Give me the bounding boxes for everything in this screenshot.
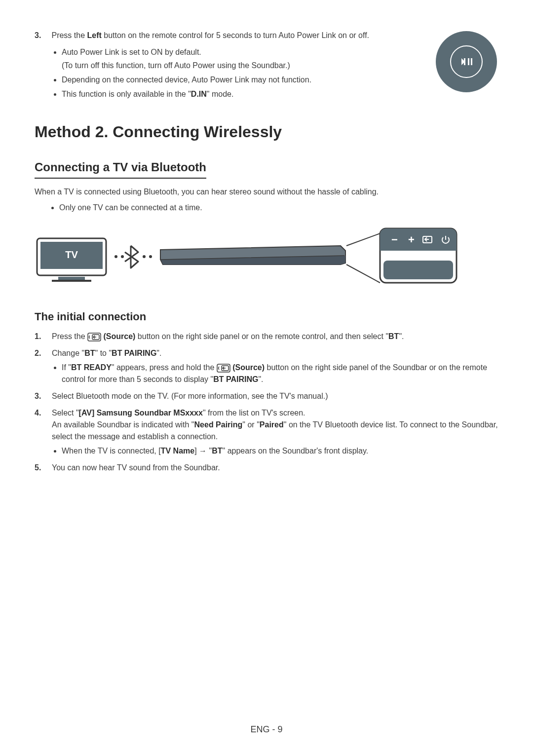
step-5: You can now hear TV sound from the Sound…	[35, 462, 498, 474]
source-icon	[87, 333, 101, 341]
step-4: Select "[AV] Samsung Soundbar MSxxxx" fr…	[35, 407, 498, 457]
svg-rect-8	[52, 280, 91, 282]
step-2: Change "BT" to "BT PAIRING". If "BT READ…	[35, 347, 498, 385]
bluetooth-note: Only one TV can be connected at a time.	[59, 202, 498, 214]
bluetooth-note-list: Only one TV can be connected at a time.	[59, 202, 498, 214]
svg-point-11	[143, 255, 146, 258]
page-content: 3. Press the Left button on the remote c…	[35, 30, 498, 474]
svg-rect-3	[468, 58, 469, 65]
svg-rect-16	[383, 261, 453, 279]
step-3-bullets: Auto Power Link is set to ON by default.…	[62, 46, 419, 100]
remote-play-pause-icon	[434, 30, 498, 94]
method-2-heading: Method 2. Connecting Wirelessly	[35, 120, 498, 144]
svg-line-14	[346, 265, 380, 283]
svg-rect-4	[471, 58, 472, 65]
tv-label: TV	[65, 249, 78, 260]
step-2-sub: If "BT READY" appears, press and hold th…	[62, 362, 498, 385]
svg-point-10	[121, 255, 124, 258]
svg-rect-2	[464, 58, 465, 65]
step-3-text: 3. Press the Left button on the remote c…	[35, 30, 419, 41]
svg-point-12	[149, 255, 152, 258]
initial-connection-steps: Press the (Source) button on the right s…	[35, 331, 498, 474]
source-icon	[217, 364, 230, 373]
step-4-line2: An available Soundbar is indicated with …	[52, 419, 498, 443]
bullet-item: Auto Power Link is set to ON by default.…	[62, 46, 419, 72]
page-footer: ENG - 9	[0, 723, 533, 736]
bluetooth-diagram: TV − + − +	[35, 226, 498, 290]
step-3: 3. Press the Left button on the remote c…	[35, 30, 498, 100]
svg-text:−: −	[391, 233, 398, 246]
bullet-item: This function is only available in the "…	[62, 88, 419, 100]
bluetooth-subheading: Connecting a TV via Bluetooth	[35, 158, 206, 179]
svg-text:+: +	[408, 233, 415, 246]
svg-rect-7	[58, 277, 85, 280]
step-4-sub-item: When the TV is connected, [TV Name] → "B…	[62, 445, 498, 457]
bluetooth-description: When a TV is connected using Bluetooth, …	[35, 186, 498, 198]
initial-connection-heading: The initial connection	[35, 308, 498, 325]
step-3-bt: Select Bluetooth mode on the TV. (For mo…	[35, 390, 498, 402]
step-number: 3.	[35, 30, 49, 41]
step-4-sub: When the TV is connected, [TV Name] → "B…	[62, 445, 498, 457]
svg-point-0	[436, 31, 497, 92]
step-text: Press the Left button on the remote cont…	[51, 31, 369, 39]
step-2-sub-item: If "BT READY" appears, press and hold th…	[62, 362, 498, 385]
bullet-item: Depending on the connected device, Auto …	[62, 74, 419, 86]
bullet-subtext: (To turn off this function, turn off Aut…	[62, 60, 419, 72]
svg-point-9	[114, 255, 117, 258]
step-1: Press the (Source) button on the right s…	[35, 331, 498, 342]
svg-line-13	[346, 233, 380, 246]
